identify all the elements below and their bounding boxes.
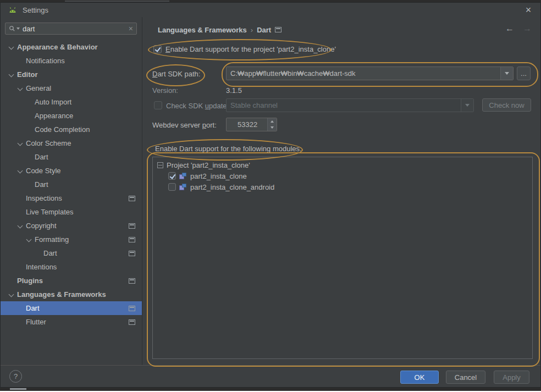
module-checkbox[interactable] <box>168 172 176 180</box>
sdk-path-combobox[interactable]: C:₩app₩flutter₩bin₩cache₩dart-sdk <box>226 67 514 80</box>
tree-indent-spacer <box>26 123 35 136</box>
sidebar-item-label: Live Templates <box>26 208 73 216</box>
sidebar-item-dart[interactable]: Dart <box>1 178 142 191</box>
sidebar-item-auto-import[interactable]: Auto Import <box>1 95 142 109</box>
enable-dart-support-checkbox[interactable] <box>153 45 162 53</box>
sidebar-item-label: Code Completion <box>35 125 90 134</box>
tree-indent-spacer <box>35 246 43 260</box>
sdk-path-value[interactable]: C:₩app₩flutter₩bin₩cache₩dart-sdk <box>227 67 500 80</box>
settings-tree: Appearance & BehaviorNotificationsEditor… <box>1 40 142 329</box>
sidebar-item-code-style[interactable]: Code Style <box>1 164 142 178</box>
settings-search-input[interactable]: dart × <box>5 23 137 35</box>
sidebar-item-plugins[interactable]: Plugins <box>1 274 142 288</box>
tree-indent-spacer <box>26 150 35 164</box>
sidebar-item-label: Flutter <box>26 318 46 326</box>
settings-page-icon <box>129 306 135 311</box>
sidebar-item-editor[interactable]: Editor <box>1 68 142 81</box>
search-icon <box>9 25 20 32</box>
sidebar-item-copyright[interactable]: Copyright <box>1 219 142 233</box>
sidebar-item-appearance-behavior[interactable]: Appearance & Behavior <box>1 40 142 54</box>
sidebar-item-notifications[interactable]: Notifications <box>1 54 142 68</box>
tree-indent-spacer <box>17 54 26 68</box>
breadcrumb-parent[interactable]: Languages & Frameworks <box>158 26 247 34</box>
tree-indent-spacer <box>17 260 26 274</box>
search-history-caret-icon <box>16 27 20 30</box>
dialog-footer: ? OK Cancel Apply <box>1 365 540 387</box>
history-navigation: ← → <box>505 24 532 34</box>
sdk-path-browse-button[interactable]: ... <box>517 67 531 80</box>
sidebar-item-label: Code Style <box>26 167 61 175</box>
update-channel-dropdown-icon <box>461 99 473 112</box>
sidebar-item-intentions[interactable]: Intentions <box>1 260 142 274</box>
tree-indent-spacer <box>17 191 26 205</box>
sidebar-item-dart[interactable]: Dart <box>1 301 142 315</box>
webdev-port-label: Webdev server port: <box>152 121 217 129</box>
sidebar-item-label: Inspections <box>26 194 62 202</box>
search-query-text: dart <box>23 25 126 33</box>
settings-page-icon <box>129 223 135 229</box>
sidebar-item-label: Notifications <box>26 57 65 65</box>
chevron-down-icon[interactable] <box>26 233 35 246</box>
cancel-button[interactable]: Cancel <box>446 371 485 384</box>
sidebar-item-formatting[interactable]: Formatting <box>1 233 142 246</box>
sidebar-item-label: Color Scheme <box>26 139 71 147</box>
module-label: part2_insta_clone_android <box>190 183 274 191</box>
module-icon <box>179 184 187 191</box>
stepper-down-icon[interactable] <box>268 125 277 131</box>
sidebar-item-label: Intentions <box>26 263 57 271</box>
breadcrumb-separator: › <box>251 26 253 34</box>
clear-search-icon[interactable]: × <box>129 25 133 32</box>
sidebar-item-color-scheme[interactable]: Color Scheme <box>1 136 142 150</box>
sidebar-item-live-templates[interactable]: Live Templates <box>1 205 142 219</box>
module-checkbox[interactable] <box>168 183 176 191</box>
sidebar-item-label: Dart <box>26 304 40 312</box>
stepper-up-icon[interactable] <box>268 118 277 125</box>
tree-indent-spacer <box>8 274 17 288</box>
sdk-path-dropdown-icon[interactable] <box>500 67 513 80</box>
ok-button[interactable]: OK <box>400 371 439 384</box>
close-icon[interactable]: × <box>522 3 535 16</box>
modules-section-label: Enable Dart support for the following mo… <box>155 145 302 153</box>
chevron-down-icon[interactable] <box>17 136 26 150</box>
chevron-down-icon[interactable] <box>17 164 26 178</box>
sidebar-item-label: Formatting <box>35 235 69 244</box>
sidebar-item-dart[interactable]: Dart <box>1 246 142 260</box>
settings-page-icon <box>275 27 281 32</box>
version-label: Version: <box>152 86 178 95</box>
project-row[interactable]: Project 'part2_insta_clone' <box>153 159 532 170</box>
webdev-port-stepper[interactable]: 53322 <box>226 118 277 131</box>
sidebar-item-dart[interactable]: Dart <box>1 150 142 164</box>
chevron-down-icon[interactable] <box>8 68 17 81</box>
modules-list: part2_insta_clonepart2_insta_clone_andro… <box>153 170 532 192</box>
collapse-node-icon[interactable] <box>157 162 163 168</box>
back-arrow-icon[interactable]: ← <box>505 24 514 34</box>
tree-indent-spacer <box>26 109 35 123</box>
dialog-titlebar[interactable]: Settings × <box>1 3 540 17</box>
chevron-down-icon[interactable] <box>17 81 26 95</box>
chevron-down-icon[interactable] <box>8 40 17 54</box>
chevron-down-icon[interactable] <box>17 219 26 233</box>
sidebar-item-label: Auto Import <box>35 98 71 106</box>
settings-page-icon <box>129 319 135 325</box>
webdev-port-value[interactable]: 53322 <box>227 118 267 131</box>
sidebar-item-flutter[interactable]: Flutter <box>1 315 142 329</box>
check-sdk-update-checkbox[interactable] <box>154 101 162 109</box>
sidebar-item-label: Appearance & Behavior <box>17 43 98 51</box>
apply-button: Apply <box>494 371 529 384</box>
tree-indent-spacer <box>17 205 26 219</box>
sidebar-item-code-completion[interactable]: Code Completion <box>1 123 142 136</box>
settings-page-icon <box>129 251 135 256</box>
sidebar-item-languages-frameworks[interactable]: Languages & Frameworks <box>1 288 142 301</box>
sidebar-item-inspections[interactable]: Inspections <box>1 191 142 205</box>
sidebar-item-appearance[interactable]: Appearance <box>1 109 142 123</box>
settings-page-icon <box>129 237 135 242</box>
breadcrumb-current: Dart <box>257 26 271 34</box>
sidebar-item-general[interactable]: General <box>1 81 142 95</box>
help-button[interactable]: ? <box>9 370 22 383</box>
settings-sidebar: dart × Appearance & BehaviorNotification… <box>1 17 142 366</box>
sidebar-item-label: Plugins <box>17 277 43 285</box>
settings-page-icon <box>129 196 135 201</box>
check-now-button: Check now <box>482 98 531 112</box>
chevron-down-icon[interactable] <box>8 288 17 301</box>
enable-dart-support-label: Enable Dart support for the project 'par… <box>165 45 336 53</box>
